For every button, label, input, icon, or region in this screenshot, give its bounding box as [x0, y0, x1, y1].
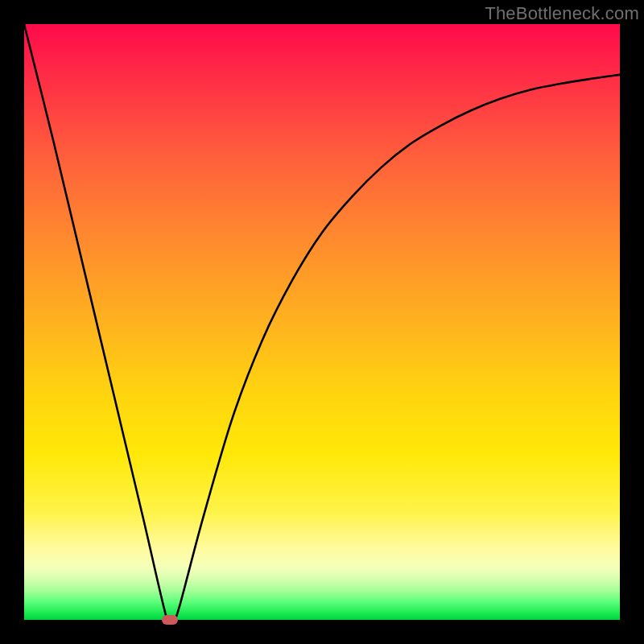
- minimum-marker: [162, 615, 178, 625]
- chart-frame: TheBottleneck.com: [0, 0, 644, 644]
- bottleneck-curve: [24, 24, 620, 620]
- attribution-text: TheBottleneck.com: [485, 3, 639, 24]
- plot-area: [24, 24, 620, 620]
